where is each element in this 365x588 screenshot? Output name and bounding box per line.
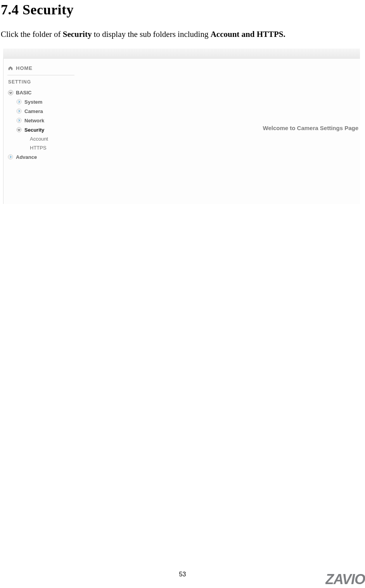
nav-advance-label: Advance bbox=[16, 154, 37, 160]
nav-tree: BASIC System Camera bbox=[7, 88, 74, 162]
nav-system[interactable]: System bbox=[7, 97, 74, 106]
svg-point-0 bbox=[8, 90, 13, 95]
brand-logo: ZAVIO bbox=[325, 572, 365, 586]
welcome-text: Welcome to Camera Settings Page bbox=[263, 125, 358, 131]
settings-screenshot: HOME SETTING BASIC System bbox=[3, 49, 360, 204]
svg-point-2 bbox=[17, 109, 21, 113]
expand-right-icon bbox=[7, 154, 14, 160]
page-number: 53 bbox=[179, 571, 186, 578]
nav-basic-label: BASIC bbox=[16, 90, 31, 96]
home-icon bbox=[7, 65, 14, 71]
expand-down-icon bbox=[7, 89, 14, 96]
section-heading: 7.4 Security bbox=[1, 2, 365, 18]
screenshot-topbar bbox=[3, 49, 360, 59]
nav-network[interactable]: Network bbox=[7, 116, 74, 125]
nav-setting-header: SETTING bbox=[8, 79, 74, 85]
nav-advance[interactable]: Advance bbox=[7, 152, 74, 162]
main-panel: Welcome to Camera Settings Page bbox=[77, 59, 360, 204]
nav-https-label: HTTPS bbox=[30, 145, 47, 151]
svg-point-3 bbox=[17, 118, 21, 123]
nav-camera-label: Camera bbox=[24, 108, 43, 114]
nav-account[interactable]: Account bbox=[7, 134, 74, 143]
intro-paragraph: Click the folder of Security to display … bbox=[1, 29, 365, 40]
expand-right-icon bbox=[16, 108, 22, 114]
nav-home[interactable]: HOME bbox=[7, 63, 74, 75]
intro-bold-security: Security bbox=[63, 30, 92, 39]
sidebar: HOME SETTING BASIC System bbox=[3, 59, 77, 204]
svg-point-1 bbox=[17, 99, 21, 104]
nav-system-label: System bbox=[24, 99, 42, 105]
nav-account-label: Account bbox=[30, 136, 48, 142]
nav-home-label: HOME bbox=[16, 65, 33, 71]
expand-right-icon bbox=[16, 99, 22, 105]
nav-camera[interactable]: Camera bbox=[7, 106, 74, 116]
svg-point-5 bbox=[8, 155, 13, 159]
nav-https[interactable]: HTTPS bbox=[7, 143, 74, 152]
nav-security-label: Security bbox=[24, 127, 44, 133]
expand-down-icon bbox=[16, 127, 22, 133]
intro-text-prefix: Click the folder of bbox=[1, 30, 63, 39]
nav-basic[interactable]: BASIC bbox=[7, 88, 74, 97]
intro-bold-account-https: Account and HTTPS. bbox=[211, 30, 285, 39]
intro-text-middle: to display the sub folders including bbox=[92, 30, 210, 39]
expand-right-icon bbox=[16, 117, 22, 124]
svg-point-4 bbox=[17, 127, 21, 132]
nav-security[interactable]: Security bbox=[7, 125, 74, 134]
nav-network-label: Network bbox=[24, 118, 44, 124]
